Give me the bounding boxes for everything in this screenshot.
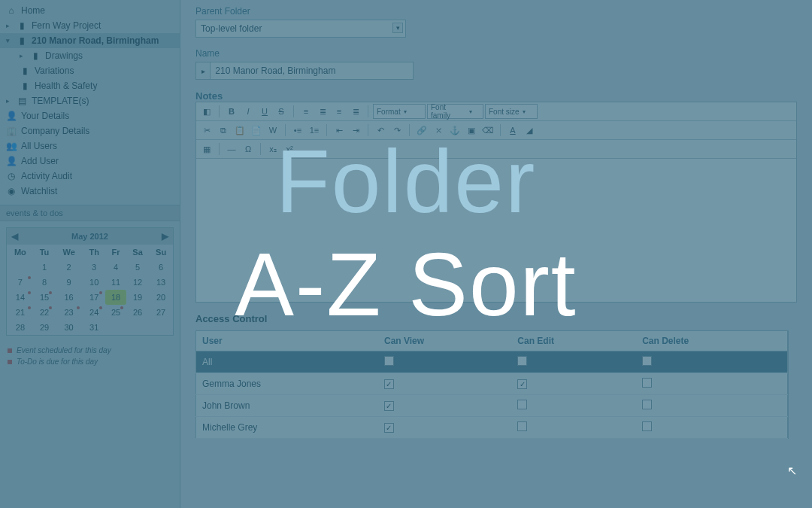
calendar-day-cell[interactable]: 20 [149,290,173,305]
format-select[interactable]: Format [373,104,426,119]
checkbox[interactable]: ✓ [384,379,394,389]
anchor-button[interactable]: ⚓ [447,123,462,138]
calendar-day-cell[interactable]: 30 [55,320,83,335]
calendar-day-cell[interactable]: 13 [149,275,173,290]
redo-button[interactable]: ↷ [389,123,404,138]
indent-button[interactable]: ⇥ [348,123,363,138]
select-caret-icon[interactable]: ▾ [392,23,403,33]
table-row[interactable]: John Brown✓ [196,395,788,417]
calendar-day-cell[interactable]: 10 [83,275,105,290]
calendar-day-cell[interactable]: 1 [34,260,55,275]
source-button[interactable]: ◧ [199,104,214,119]
paste-text-button[interactable]: 📄 [249,123,264,138]
sub-button[interactable]: x₂ [265,141,280,157]
calendar-day-cell[interactable]: 14 [7,290,34,305]
name-disclose-button[interactable]: ▸ [195,62,210,80]
text-color-button[interactable]: A [505,123,520,138]
ul-button[interactable]: •≡ [290,123,305,138]
calendar-day-cell[interactable]: 26 [126,305,149,320]
nav-your-details[interactable]: 👤 Your Details [0,108,180,123]
calendar-day-cell[interactable]: 27 [149,305,173,320]
table-row[interactable]: All [196,351,788,373]
outdent-button[interactable]: ⇤ [332,123,347,138]
checkbox[interactable] [642,378,652,388]
calendar-day-cell[interactable]: 24 [83,305,105,320]
checkbox[interactable] [517,421,527,431]
nav-manor-road[interactable]: ▾ ▮ 210 Manor Road, Birmingham [0,33,180,48]
calendar-day-cell[interactable]: 11 [105,275,126,290]
calendar-day-cell[interactable]: 3 [83,260,105,275]
nav-activity-audit[interactable]: ◷ Activity Audit [0,169,180,184]
checkbox[interactable] [642,421,652,431]
calendar-day-cell[interactable]: 16 [55,290,83,305]
paste-word-button[interactable]: W [265,123,280,138]
nav-drawings[interactable]: ▸ ▮ Drawings [0,48,180,63]
name-input[interactable] [210,62,414,80]
calendar-next-icon[interactable]: ▶ [162,231,168,242]
nav-home[interactable]: ⌂ Home [0,3,180,18]
sup-button[interactable]: x² [282,141,297,157]
hr-button[interactable]: — [224,141,239,157]
checkbox[interactable] [642,356,652,366]
calendar-day-cell[interactable]: 17 [83,290,105,305]
table-scrollbar[interactable] [788,330,797,439]
calendar-day-cell[interactable]: 15 [34,290,55,305]
align-justify-button[interactable]: ≣ [348,104,363,119]
table-row[interactable]: Gemma Jones✓✓ [196,373,788,395]
undo-button[interactable]: ↶ [373,123,388,138]
editor-content[interactable] [196,159,796,302]
calendar-day-cell[interactable]: 9 [55,275,83,290]
clean-button[interactable]: ⌫ [480,123,495,138]
checkbox[interactable]: ✓ [384,401,394,411]
calendar-prev-icon[interactable]: ◀ [11,231,18,242]
table-row[interactable]: Michelle Grey✓ [196,417,788,439]
calendar-day-cell[interactable]: 28 [7,320,34,335]
nav-fern-way[interactable]: ▸ ▮ Fern Way Project [0,18,180,33]
checkbox[interactable] [642,400,652,409]
checkbox[interactable] [517,356,527,366]
checkbox[interactable] [517,400,527,409]
align-right-button[interactable]: ≡ [332,104,347,119]
copy-button[interactable]: ⧉ [216,123,231,138]
nav-add-user[interactable]: 👤 Add User [0,154,180,169]
calendar-day-cell[interactable]: 23 [55,305,83,320]
calendar-day-cell[interactable]: 5 [126,260,149,275]
align-left-button[interactable]: ≡ [298,104,314,119]
align-center-button[interactable]: ≣ [315,104,330,119]
image-button[interactable]: ▣ [464,123,479,138]
calendar-day-cell[interactable]: 12 [126,275,149,290]
calendar-day-cell[interactable]: 29 [34,320,55,335]
checkbox[interactable]: ✓ [517,379,527,389]
calendar-day-cell[interactable]: 19 [126,290,149,305]
nav-watchlist[interactable]: ◉ Watchlist [0,184,180,199]
italic-button[interactable]: I [241,104,256,119]
paste-button[interactable]: 📋 [232,123,247,138]
calendar-day-cell[interactable]: 31 [83,320,105,335]
strike-button[interactable]: S [274,104,289,119]
checkbox[interactable] [384,356,394,366]
calendar-day-cell[interactable]: 6 [149,260,173,275]
calendar-day-cell[interactable]: 4 [105,260,126,275]
font-size-select[interactable]: Font size [485,104,538,119]
calendar-day-cell[interactable]: 18 [105,290,126,305]
parent-folder-select[interactable]: Top-level folder [195,20,406,38]
nav-templates[interactable]: ▸ ▤ TEMPLATE(s) [0,93,180,108]
table-button[interactable]: ▦ [199,141,214,157]
link-button[interactable]: 🔗 [414,123,429,138]
bg-color-button[interactable]: ◢ [522,123,537,138]
ol-button[interactable]: 1≡ [307,123,322,138]
nav-variations[interactable]: ▮ Variations [0,63,180,78]
underline-button[interactable]: U [257,104,272,119]
nav-health-safety[interactable]: ▮ Health & Safety [0,78,180,93]
cut-button[interactable]: ✂ [199,123,214,138]
bold-button[interactable]: B [224,104,239,119]
calendar-day-cell[interactable]: 8 [34,275,55,290]
calendar-day-cell[interactable]: 2 [55,260,83,275]
calendar-day-cell[interactable]: 21 [7,305,34,320]
char-button[interactable]: Ω [241,141,256,157]
font-family-select[interactable]: Font family [427,104,483,119]
calendar-day-cell[interactable]: 25 [105,305,126,320]
calendar-day-cell[interactable]: 7 [7,275,34,290]
checkbox[interactable]: ✓ [384,423,394,433]
nav-company-details[interactable]: 🏢 Company Details [0,123,180,138]
